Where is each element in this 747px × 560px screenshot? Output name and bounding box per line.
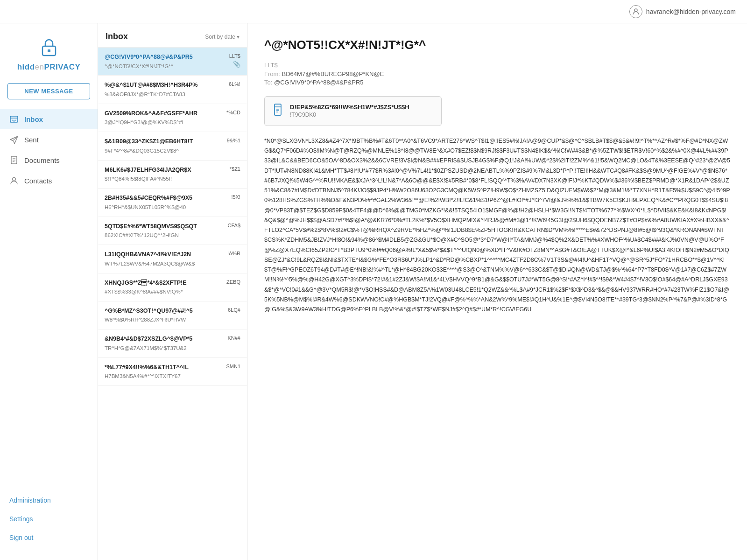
brand-name: hiddenPRIVACY [17, 63, 81, 72]
sidebar-item-sent[interactable]: Sent [0, 129, 98, 150]
msg-tag: 6LQ# [228, 307, 240, 313]
message-item[interactable]: GV2509%ROK&^A&F#GSFF*AHR 3@J^!Q9H^G3!@@%… [98, 104, 247, 132]
msg-content: XHNQJGS**Z*4*&$2XFTP!E #XT$$%33@K^8!A##… [105, 279, 223, 295]
msg-content: ^G%B*MZ^S3OT!^QU97@##!^5 W8^%$0%RH^288ZJ… [105, 307, 224, 323]
user-avatar-icon [629, 5, 642, 18]
sort-control[interactable]: Sort by date ▾ [205, 34, 240, 40]
msg-meta: *$Z1 [230, 166, 240, 172]
sidebar-link-administration[interactable]: Administration [0, 491, 98, 510]
msg-content: 5QTD$E#%6*WT58QMVS9$QSQT 862X!C##X!T%*12… [105, 223, 224, 239]
message-list-panel: Inbox Sort by date ▾ @CG!VIV9*0^PA^88@#&… [98, 23, 247, 560]
message-item[interactable]: XHNQJGS**Z*4*&$2XFTP!E #XT$$%33@K^8!A##… [98, 273, 247, 301]
detail-from: From: BD64M7@#%BUREGP98@P*KN@E [264, 70, 730, 77]
msg-subject: 2B#H35#&&5#CEQR%#F$@9X5 [105, 194, 227, 203]
msg-subject: XHNQJGS**Z*4*&$2XFTP!E [105, 279, 223, 287]
message-items: @CG!VIV9*0^PA^88@#&P&PR5 ^@*NOT5!!CX*X#!… [98, 48, 247, 560]
msg-preview: 9#F*4^^8#*&DQ03G15C2V$8^ [105, 147, 223, 154]
svg-rect-11 [275, 104, 281, 115]
msg-tag: KN## [227, 335, 240, 341]
message-item[interactable]: $&1B09@33^ZK$Z1@EB6HT8!T 9#F*4^^8#*&DQ03… [98, 132, 247, 160]
message-item[interactable]: L31IQQHB&VNA7^4!%V!E#J2N WT%7L2$WV&%47M2… [98, 245, 247, 273]
attachment-box[interactable]: D!EP&5%8ZG*69!!W%SH1W*#J$ZS*U$$H !T9C9DK… [264, 96, 442, 126]
msg-content: L31IQQHB&VNA7^4!%V!E#J2N WT%7L2$WV&%47M2… [105, 251, 224, 267]
msg-content: %@&^$1UT@##8$M3H!^H3R4P% %8&&OE8JX*@R*TK… [105, 81, 225, 98]
message-item[interactable]: M6LK6#$J7ELHFG34IJA2QR$X $!T*Q84%I5$!8QI… [98, 161, 247, 189]
msg-preview: 862X!C##X!T%*12UQ^*2H!GN [105, 232, 224, 239]
message-item[interactable]: @CG!VIV9*0^PA^88@#&P&PR5 ^@*NOT5!!CX*X#!… [98, 48, 247, 76]
contacts-icon [9, 176, 19, 185]
detail-from-value: BD64M7@#%BUREGP98@P*KN@E [282, 70, 384, 77]
msg-meta: !5X! [231, 194, 240, 200]
msg-subject: 5QTD$E#%6*WT58QMVS9$QSQT [105, 223, 224, 231]
svg-point-0 [634, 9, 637, 12]
msg-preview: %8&&OE8JX*@R*TK*D7#CTA83 [105, 91, 225, 98]
nav-items: Inbox Sent [0, 109, 98, 483]
msg-subject: M6LK6#$J7ELHFG34IJA2QR$X [105, 166, 226, 175]
new-message-button[interactable]: NEW MESSAGE [7, 83, 90, 99]
msg-meta: *%CD [226, 110, 240, 115]
msg-tag: ZEBQ [226, 279, 240, 285]
msg-tag: !A%R [227, 251, 240, 256]
msg-meta: KN## [227, 335, 240, 341]
panel-title: Inbox [106, 32, 128, 42]
msg-tag: 6L%! [229, 81, 240, 87]
msg-content: 2B#H35#&&5#CEQR%#F$@9X5 H6^RH^&$UNX05TL0… [105, 194, 227, 210]
sidebar-item-inbox[interactable]: Inbox [0, 109, 98, 129]
msg-subject: @CG!VIV9*0^PA^88@#&P&PR5 [105, 53, 226, 62]
msg-tag: LLT$ [229, 53, 240, 59]
msg-content: GV2509%ROK&^A&F#GSFF*AHR 3@J^!Q9H^G3!@@%… [105, 110, 223, 126]
msg-preview: H7BM3&N5A4%#*^^IXTX!TY67 [105, 373, 222, 380]
message-item[interactable]: ^G%B*MZ^S3OT!^QU97@##!^5 W8^%$0%RH^288ZJ… [98, 301, 247, 329]
msg-meta: CFA$ [227, 223, 240, 228]
brand-logo: hiddenPRIVACY [0, 23, 98, 79]
sidebar-item-contacts[interactable]: Contacts [0, 170, 98, 191]
detail-body: *N0*@SLXGVN*L3XZ8&#Z4^7X*!9BT%B%#T&6T0**… [264, 136, 730, 315]
sidebar: hiddenPRIVACY NEW MESSAGE Inbox [0, 23, 98, 560]
msg-tag: SMN1 [226, 364, 240, 369]
msg-preview: ^@*NOT5!!CX*X#!N!JT*!G*^ [105, 63, 226, 70]
msg-meta: 9&%1 [227, 138, 240, 143]
svg-point-10 [13, 178, 16, 181]
msg-meta: LLT$ 📎 [229, 53, 240, 68]
user-email: havranek@hidden-privacy.com [646, 8, 736, 15]
msg-content: $&1B09@33^ZK$Z1@EB6HT8!T 9#F*4^^8#*&DQ03… [105, 138, 223, 154]
attachment-info: D!EP&5%8ZG*69!!W%SH1W*#J$ZS*U$$H !T9C9DK… [290, 104, 409, 118]
message-item[interactable]: *%L77#9X4!!%%6&&TH1T^^!L H7BM3&N5A4%#*^^… [98, 358, 247, 386]
sidebar-item-label: Sent [24, 136, 39, 144]
msg-subject: $&1B09@33^ZK$Z1@EB6HT8!T [105, 138, 223, 146]
attachment-sub: !T9C9DK0 [290, 112, 409, 118]
detail-tag: LLT$ [264, 62, 730, 69]
sidebar-bottom: Administration Settings Sign out [0, 487, 98, 551]
attachment-icon [273, 103, 284, 119]
sidebar-link-settings[interactable]: Settings [0, 510, 98, 528]
detail-to-value: @CG!VIV9*0^PA^88@#&P&PR5 [274, 79, 364, 86]
msg-preview: H6^RH^&$UNX05TL05R^%$@40 [105, 204, 227, 211]
msg-meta: SMN1 [226, 364, 240, 369]
sidebar-item-documents[interactable]: Documents [0, 150, 98, 170]
msg-meta: ZEBQ [226, 279, 240, 285]
message-item[interactable]: %@&^$1UT@##8$M3H!^H3R4P% %8&&OE8JX*@R*TK… [98, 76, 247, 104]
msg-tag: *$Z1 [230, 166, 240, 172]
msg-meta: !A%R [227, 251, 240, 256]
msg-content: &N9B4*#&D$72XSZLG^$@VP*5 TR^H*G@&7AX71M$… [105, 335, 224, 351]
message-item[interactable]: &N9B4*#&D$72XSZLG^$@VP*5 TR^H*G@&7AX71M$… [98, 329, 247, 357]
message-detail-panel: ^@*NOT5!!CX*X#!N!JT*!G*^ LLT$ From: BD64… [247, 23, 747, 560]
message-item[interactable]: 5QTD$E#%6*WT58QMVS9$QSQT 862X!C##X!T%*12… [98, 217, 247, 245]
msg-subject: L31IQQHB&VNA7^4!%V!E#J2N [105, 251, 224, 259]
message-item[interactable]: 2B#H35#&&5#CEQR%#F$@9X5 H6^RH^&$UNX05TL0… [98, 189, 247, 217]
sidebar-item-label: Documents [24, 156, 60, 164]
msg-tag: *%CD [226, 110, 240, 115]
sidebar-link-signout[interactable]: Sign out [0, 528, 98, 547]
lock-icon [36, 35, 62, 60]
msg-tag: CFA$ [227, 223, 240, 228]
msg-preview: #XT$$%33@K^8!A###$NV!Q%* [105, 288, 223, 295]
sent-icon [9, 135, 19, 144]
msg-preview: WT%7L2$WV&%47M2A3QC$@W&$ [105, 260, 224, 267]
msg-content: @CG!VIV9*0^PA^88@#&P&PR5 ^@*NOT5!!CX*X#!… [105, 53, 226, 70]
msg-subject: *%L77#9X4!!%%6&&TH1T^^!L [105, 364, 222, 372]
msg-preview: W8^%$0%RH^288ZJX^H!U*HVW [105, 316, 224, 323]
attachment-indicator-icon: 📎 [233, 61, 240, 68]
panel-header: Inbox Sort by date ▾ [98, 23, 247, 48]
sidebar-item-label: Contacts [24, 177, 52, 185]
top-bar: havranek@hidden-privacy.com [0, 0, 747, 23]
